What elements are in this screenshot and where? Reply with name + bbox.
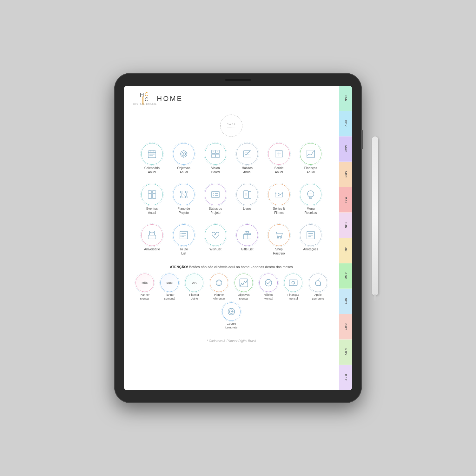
icon-habitos [236, 143, 258, 165]
svg-rect-32 [152, 194, 156, 198]
item-status-projeto[interactable]: Status doProjeto [201, 184, 230, 215]
item-shop-rastreio[interactable]: ShopRastreio [265, 224, 293, 255]
item-habitos-mensal[interactable]: HábitosMensal [257, 274, 280, 301]
svg-rect-47 [244, 191, 248, 198]
svg-rect-0 [148, 151, 156, 158]
icon-plano [173, 184, 195, 205]
item-planner-semanal[interactable]: SEM PlannerSemanal [158, 274, 181, 301]
apple-icon [313, 278, 323, 288]
section-row3: Aniversário [133, 224, 329, 255]
svg-rect-6 [153, 154, 155, 155]
icon-row-2: EventosAnual [133, 184, 329, 215]
header: H C C DIGITAL BRASIL HOME [133, 92, 329, 108]
item-todo-list[interactable]: To DoList [169, 224, 198, 255]
item-calendario-anual[interactable]: CalendárioAnual [138, 143, 166, 174]
item-livros[interactable]: Livros [233, 184, 261, 215]
fin-mensal-icon [288, 278, 298, 288]
icon-financas-mensal [284, 274, 302, 292]
label-financas: FinançasAnual [304, 166, 317, 174]
svg-point-80 [216, 280, 222, 286]
svg-point-35 [180, 196, 182, 198]
tab-fev[interactable]: FEV [339, 111, 352, 136]
birthday-icon [147, 230, 157, 240]
item-habitos-anual[interactable]: HábitosAnual [233, 143, 261, 174]
item-objetivos-anual[interactable]: ObjetivosAnual [169, 143, 198, 174]
tab-abr[interactable]: ABR [339, 162, 352, 187]
side-tabs: JAN FEV MAR ABR MAI JUN JUL AGO SET OUT … [339, 86, 352, 390]
tab-out[interactable]: OUT [339, 314, 352, 340]
tab-mar[interactable]: MAR [339, 136, 352, 162]
item-wishlist[interactable]: WishList [201, 224, 230, 255]
item-planner-diario[interactable]: DIA PlannerDiário [183, 274, 206, 301]
label-objetivos-mensal: ObjetivosMensal [238, 293, 250, 301]
google-icon [226, 307, 236, 317]
logo-c2: C [145, 97, 149, 102]
icon-calendario [141, 143, 163, 165]
item-anotacoes[interactable]: Anotações [296, 224, 325, 255]
label-plano: Plano deProjeto [177, 207, 190, 215]
svg-rect-8 [151, 155, 153, 156]
item-vision-board[interactable]: VisionBoard [201, 143, 230, 174]
item-objetivos-mensal[interactable]: ObjetivosMensal [232, 274, 255, 301]
icon-receitas [300, 184, 321, 205]
tab-set[interactable]: SET [339, 289, 352, 314]
tab-mai[interactable]: MAI [339, 187, 352, 213]
label-habitos-mensal: HábitosMensal [264, 293, 274, 301]
label-calendario: CalendárioAnual [144, 166, 160, 174]
item-saude-anual[interactable]: SaúdeAnual [265, 143, 293, 174]
food-icon [214, 278, 224, 288]
item-plano-projeto[interactable]: Plano deProjeto [169, 184, 198, 215]
svg-rect-22 [243, 151, 251, 157]
tablet-screen: H C C DIGITAL BRASIL HOME CAPA [124, 86, 352, 390]
svg-rect-60 [148, 235, 156, 239]
svg-rect-17 [216, 150, 219, 154]
svg-point-34 [185, 191, 187, 193]
svg-point-43 [213, 193, 214, 194]
tab-ago[interactable]: AGO [339, 263, 352, 289]
item-menu-receitas[interactable]: MenuReceitas [296, 184, 325, 215]
gifts-icon [242, 230, 252, 240]
svg-rect-18 [212, 154, 215, 158]
tab-nov[interactable]: NOV [339, 340, 352, 365]
svg-rect-84 [289, 280, 297, 286]
item-gifts-list[interactable]: Gifts List [233, 224, 261, 255]
movies-icon [274, 189, 284, 200]
section-bottom: MÊS PlannerMensal SEM PlannerSemanal [133, 274, 329, 330]
tab-dez[interactable]: DEZ [339, 365, 352, 390]
cover-button[interactable]: CAPA •••••••• [220, 115, 242, 137]
svg-point-75 [280, 237, 281, 238]
icon-series [268, 184, 290, 205]
main-content: H C C DIGITAL BRASIL HOME CAPA [124, 86, 339, 390]
svg-rect-28 [307, 150, 314, 158]
item-eventos-anual[interactable]: EventosAnual [138, 184, 166, 215]
page-title: HOME [157, 95, 183, 103]
svg-rect-53 [275, 192, 283, 197]
item-planner-alimentar[interactable]: PlannerAlimentar [208, 274, 230, 301]
item-apple-lembrete[interactable]: AppleLembrete [307, 274, 329, 301]
tab-jul[interactable]: JUL [339, 238, 352, 263]
attention-strong: ATENÇÃO! [170, 265, 188, 269]
icon-row-3: Aniversário [133, 224, 329, 255]
item-financas-mensal[interactable]: FinançasMensal [282, 274, 305, 301]
icon-shop [268, 224, 290, 246]
tab-jan[interactable]: JAN [339, 86, 352, 111]
label-objetivos: ObjetivosAnual [177, 166, 190, 174]
wishlist-icon [210, 230, 221, 240]
status-icon [210, 189, 221, 200]
item-google-lembrete[interactable]: GoogleLembrete [220, 302, 243, 329]
item-series-filmes[interactable]: Séries &Filmes [265, 184, 293, 215]
item-aniversario[interactable]: Aniversário [138, 224, 166, 255]
label-shop: ShopRastreio [273, 247, 285, 255]
tab-jun[interactable]: JUN [339, 213, 352, 238]
item-planner-mensal[interactable]: MÊS PlannerMensal [133, 274, 156, 301]
icon-eventos [141, 184, 163, 205]
label-gifts: Gifts List [241, 247, 254, 251]
label-saude: SaúdeAnual [274, 166, 284, 174]
label-livros: Livros [243, 207, 252, 211]
logo: H C C DIGITAL BRASIL [133, 92, 157, 105]
item-financas-anual[interactable]: FinançasAnual [296, 143, 325, 174]
logo-c1: C [145, 92, 149, 97]
icon-row-bottom: MÊS PlannerMensal SEM PlannerSemanal [133, 274, 329, 330]
label-apple-lembrete: AppleLembrete [312, 293, 324, 301]
icon-vision [205, 143, 226, 165]
